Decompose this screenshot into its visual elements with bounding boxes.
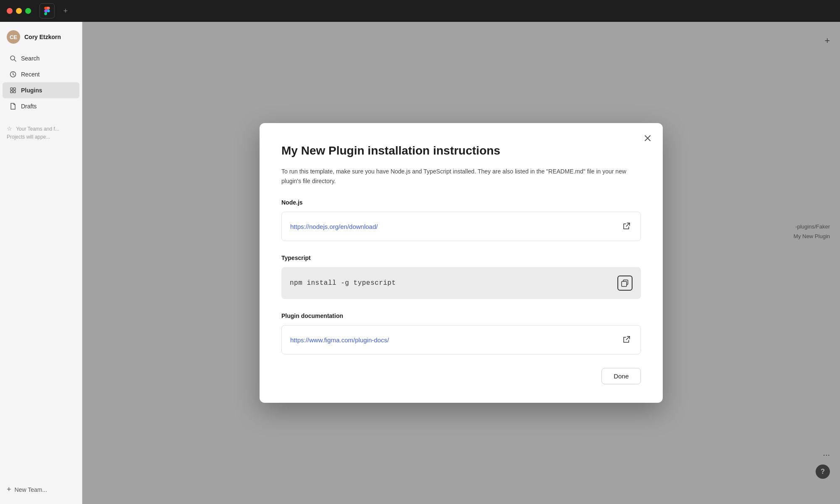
avatar: CE — [7, 30, 20, 44]
star-icon: ☆ — [7, 125, 12, 132]
external-link-icon[interactable] — [620, 220, 632, 232]
title-bar: + — [0, 0, 840, 22]
typescript-command-box: npm install -g typescript — [281, 267, 641, 299]
svg-rect-10 — [622, 281, 627, 286]
teams-placeholder: ☆ Your Teams and f... Projects will appe… — [0, 118, 82, 147]
modal-overlay: My New Plugin installation instructions … — [82, 22, 840, 504]
new-team-button[interactable]: + New Team... — [0, 481, 82, 499]
docs-link[interactable]: https://www.figma.com/plugin-docs/ — [290, 336, 389, 344]
puzzle-icon — [9, 87, 17, 94]
modal-footer: Done — [281, 368, 641, 384]
sidebar-item-drafts[interactable]: Drafts — [3, 98, 79, 114]
search-icon — [9, 55, 17, 62]
svg-rect-5 — [10, 91, 13, 93]
main-area: + -plugins/Faker My New Plugin ··· ? My … — [82, 22, 840, 504]
sidebar-item-recent[interactable]: Recent — [3, 66, 79, 82]
clock-icon — [9, 71, 17, 78]
external-link-icon-2[interactable] — [620, 334, 632, 346]
sidebar-item-plugins[interactable]: Plugins — [3, 82, 79, 98]
minimize-button[interactable] — [16, 8, 22, 14]
close-button[interactable] — [7, 8, 13, 14]
typescript-command: npm install -g typescript — [290, 279, 396, 287]
sidebar-item-search-label: Search — [21, 55, 39, 62]
sidebar-item-search[interactable]: Search — [3, 50, 79, 66]
sidebar: CE Cory Etzkorn Search Recent — [0, 22, 82, 504]
svg-line-9 — [626, 223, 630, 226]
copy-button[interactable] — [617, 276, 633, 291]
svg-line-1 — [14, 60, 16, 61]
sidebar-item-recent-label: Recent — [21, 71, 39, 78]
traffic-lights — [7, 8, 31, 14]
modal-close-button[interactable] — [641, 131, 654, 145]
user-row: CE Cory Etzkorn — [0, 27, 82, 50]
docs-link-box: https://www.figma.com/plugin-docs/ — [281, 325, 641, 354]
done-button[interactable]: Done — [601, 368, 641, 384]
modal-description: To run this template, make sure you have… — [281, 167, 641, 186]
nodejs-link[interactable]: https://nodejs.org/en/download/ — [290, 223, 378, 230]
sidebar-item-plugins-label: Plugins — [21, 87, 42, 94]
svg-line-11 — [626, 336, 630, 340]
sidebar-item-drafts-label: Drafts — [21, 103, 37, 110]
svg-rect-4 — [13, 88, 16, 90]
add-tab-button[interactable]: + — [60, 5, 71, 17]
plus-icon: + — [7, 485, 11, 494]
modal-dialog: My New Plugin installation instructions … — [260, 123, 663, 403]
nodejs-section-label: Node.js — [281, 199, 641, 206]
svg-rect-3 — [10, 88, 13, 90]
docs-section-label: Plugin documentation — [281, 312, 641, 319]
user-name: Cory Etzkorn — [24, 34, 61, 40]
fullscreen-button[interactable] — [25, 8, 31, 14]
figma-logo[interactable] — [39, 3, 55, 18]
file-icon — [9, 102, 17, 110]
new-team-label: New Team... — [15, 486, 47, 493]
typescript-section-label: Typescript — [281, 255, 641, 261]
modal-title: My New Plugin installation instructions — [281, 143, 641, 158]
nodejs-link-box: https://nodejs.org/en/download/ — [281, 212, 641, 241]
svg-rect-6 — [13, 91, 16, 93]
